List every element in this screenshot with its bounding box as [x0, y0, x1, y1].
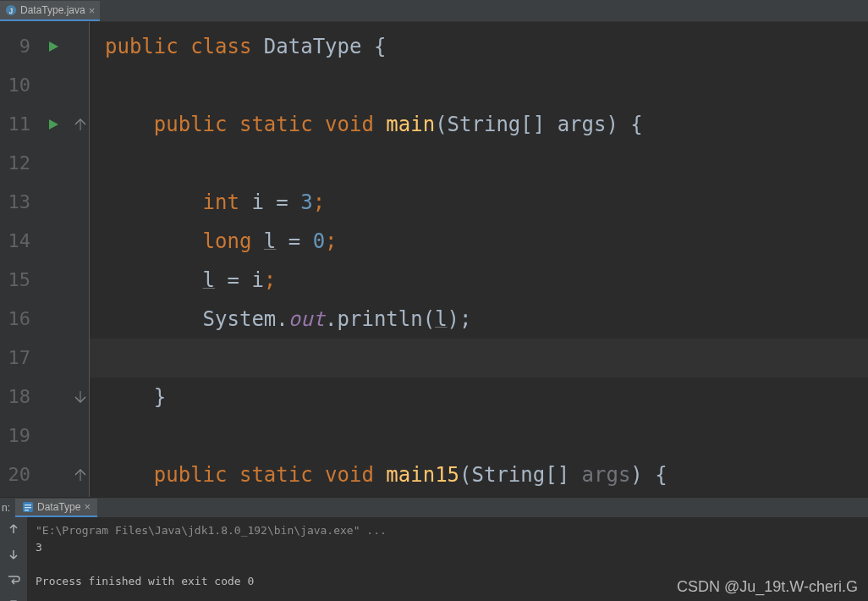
watermark-text: CSDN @Ju_19t.W-cheri.G [677, 578, 858, 596]
soft-wrap-icon[interactable] [7, 573, 20, 590]
line-number: 17 [0, 339, 36, 378]
line-number: 19 [0, 416, 36, 455]
console-exit: Process finished with exit code 0 [36, 575, 254, 587]
code-line [90, 416, 868, 455]
line-number: 20 [0, 455, 36, 494]
line-number-gutter: 9 10 11 12 13 14 15 16 17 18 19 20 [0, 22, 36, 497]
code-line: public class DataType { [90, 27, 868, 66]
run-tool-gutter [0, 517, 27, 601]
svg-marker-3 [49, 119, 58, 130]
code-line: } [90, 378, 868, 416]
run-tool-tab-bar: n: DataType × [0, 497, 868, 517]
code-line: l = i; [90, 261, 868, 300]
code-line: public static void main15(String[] args)… [90, 455, 868, 494]
scroll-up-icon[interactable] [7, 522, 20, 539]
line-number: 14 [0, 222, 36, 261]
fold-open-icon[interactable] [71, 105, 89, 144]
line-number: 13 [0, 183, 36, 222]
code-line [90, 144, 868, 183]
line-number: 18 [0, 378, 36, 416]
console-output: 3 [36, 541, 42, 554]
svg-rect-10 [25, 510, 29, 510]
close-icon[interactable]: × [84, 500, 91, 513]
code-editor[interactable]: 9 10 11 12 13 14 15 16 17 18 19 20 publi… [0, 22, 868, 497]
code-line: long l = 0; [90, 222, 868, 261]
svg-text:J: J [9, 7, 13, 15]
fold-open-icon[interactable] [71, 455, 89, 494]
line-number: 16 [0, 300, 36, 339]
run-gutter [36, 22, 71, 497]
line-number: 11 [0, 105, 36, 144]
line-number: 15 [0, 261, 36, 300]
svg-rect-8 [25, 505, 31, 505]
caret-line-highlight [90, 339, 868, 378]
editor-tab-bar: J DataType.java × [0, 0, 868, 22]
code-line: System.out.println(l); [90, 300, 868, 339]
close-icon[interactable]: × [89, 5, 96, 16]
tab-datatype-java[interactable]: J DataType.java × [0, 1, 100, 21]
fold-gutter [71, 22, 90, 497]
run-tool-window: "E:\Program Files\Java\jdk1.8.0_192\bin\… [0, 517, 868, 601]
console-command: "E:\Program Files\Java\jdk1.8.0_192\bin\… [36, 524, 387, 537]
line-number: 12 [0, 144, 36, 183]
code-area[interactable]: public class DataType { public static vo… [90, 22, 868, 497]
run-config-tab[interactable]: DataType × [15, 499, 97, 517]
run-config-icon [22, 501, 34, 513]
code-line: public static void main(String[] args) { [90, 105, 868, 144]
run-line-11[interactable] [36, 105, 71, 144]
run-config-label: DataType [37, 501, 80, 513]
code-line [90, 66, 868, 105]
run-panel-label: n: [0, 502, 15, 514]
scroll-down-icon[interactable] [7, 548, 20, 565]
tab-label: DataType.java [20, 4, 85, 16]
line-number: 9 [0, 27, 36, 66]
line-number: 10 [0, 66, 36, 105]
svg-rect-9 [25, 507, 31, 508]
code-line: int i = 3; [90, 183, 868, 222]
svg-marker-2 [49, 41, 58, 52]
fold-close-icon[interactable] [71, 378, 89, 416]
java-file-icon: J [5, 4, 17, 16]
run-line-9[interactable] [36, 27, 71, 66]
